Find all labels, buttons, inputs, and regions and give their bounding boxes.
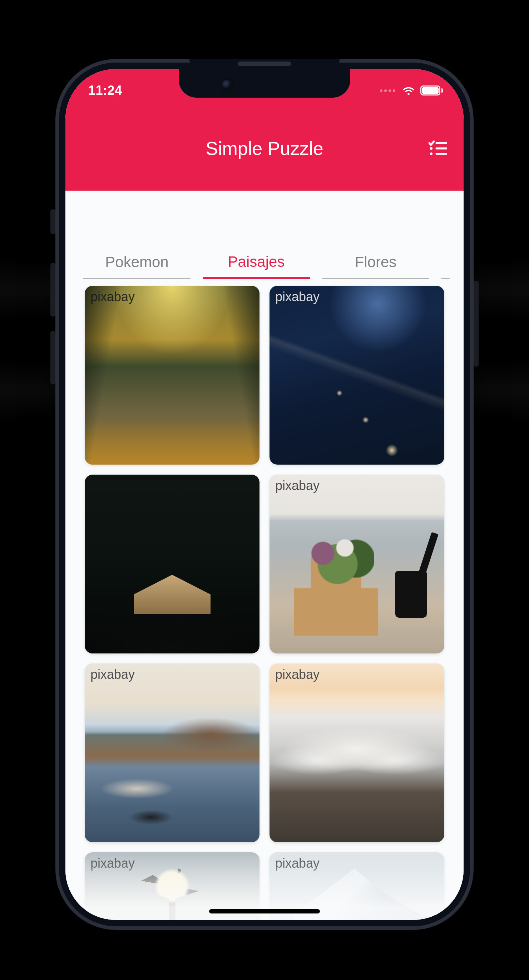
card-image (85, 663, 259, 842)
image-grid[interactable]: pixabay pixabay pixabay (85, 286, 444, 920)
svg-point-3 (430, 153, 432, 155)
card-image (85, 475, 259, 654)
card-source-label: pixabay (275, 856, 319, 871)
phone-speaker (238, 62, 291, 66)
svg-point-1 (430, 147, 432, 150)
tab-flores[interactable]: Flores (322, 246, 429, 279)
volume-up-button (51, 263, 56, 317)
tab-paisajes[interactable]: Paisajes (203, 246, 310, 279)
page-title: Simple Puzzle (65, 138, 464, 159)
tab-label: Flores (355, 254, 397, 271)
wifi-icon (402, 85, 415, 96)
notch (179, 69, 350, 98)
card-source-label: pixabay (91, 290, 135, 304)
tab-label: Paisajes (228, 253, 285, 270)
puzzle-card[interactable] (85, 475, 259, 654)
power-button (473, 281, 478, 367)
checklist-icon (429, 140, 447, 157)
front-camera (222, 80, 232, 91)
tab-label: Pokemon (105, 254, 168, 271)
card-image (85, 286, 259, 465)
nav-bar: Simple Puzzle (65, 130, 464, 166)
card-source-label: pixabay (275, 478, 319, 493)
card-source-label: pixabay (91, 856, 135, 871)
puzzle-card[interactable]: pixabay (85, 286, 259, 465)
content-area: Pokemon Paisajes Flores pixabay pixabay (65, 191, 464, 920)
phone-speaker-bar (189, 59, 340, 64)
cellular-dots-icon (380, 89, 395, 92)
puzzle-card[interactable]: pixabay (270, 663, 444, 842)
puzzle-card[interactable]: pixabay (270, 475, 444, 654)
home-indicator[interactable] (209, 909, 320, 913)
card-source-label: pixabay (91, 667, 135, 682)
tab-pokemon[interactable]: Pokemon (83, 246, 191, 279)
volume-down-button (51, 331, 56, 385)
checklist-button[interactable] (427, 138, 449, 159)
status-time: 11:24 (88, 83, 122, 98)
status-indicators (380, 85, 443, 96)
card-image (270, 475, 444, 654)
battery-icon (420, 86, 443, 95)
card-source-label: pixabay (275, 290, 319, 304)
tab-more[interactable] (442, 246, 450, 279)
card-image (270, 286, 444, 465)
puzzle-card[interactable]: pixabay (270, 286, 444, 465)
mute-switch (51, 209, 56, 234)
phone-frame: 11:24 Simple Puzzle (56, 59, 473, 930)
puzzle-card[interactable]: pixabay (85, 663, 259, 842)
card-image (270, 663, 444, 842)
category-tabs: Pokemon Paisajes Flores (83, 246, 464, 279)
screen: 11:24 Simple Puzzle (65, 69, 464, 920)
card-source-label: pixabay (275, 667, 319, 682)
